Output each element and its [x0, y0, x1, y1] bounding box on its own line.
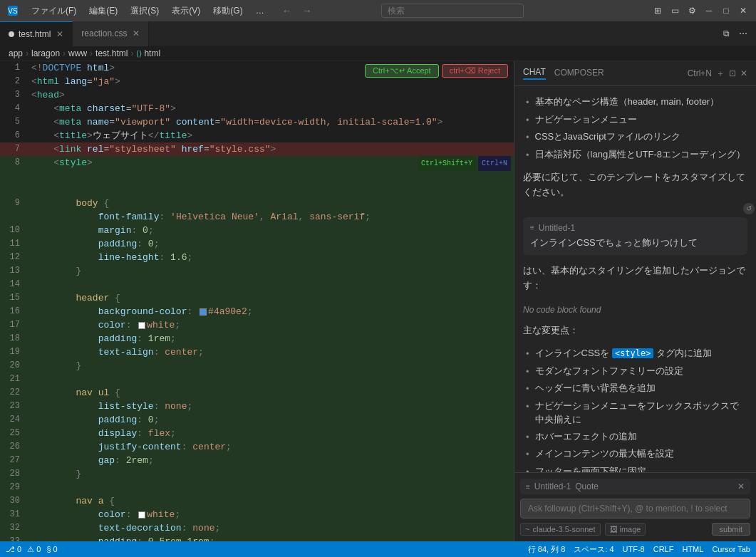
minimize-button[interactable]: ─ [702, 4, 716, 18]
chat-bullet-item: • 基本的なページ構造（header, main, footer） [526, 95, 747, 110]
chat-sender: Untitled-1 [539, 223, 575, 233]
menu-select[interactable]: 選択(S) [125, 4, 165, 19]
status-language[interactable]: HTML [682, 544, 703, 555]
tab-chat[interactable]: CHAT [523, 67, 546, 80]
status-errors[interactable]: ⚠ 0 [27, 545, 41, 554]
image-button[interactable]: 🖼 image [605, 523, 646, 536]
status-spaces[interactable]: スペース: 4 [574, 544, 613, 555]
search-input[interactable] [381, 4, 524, 18]
chat-text-3: 主な変更点： [523, 323, 747, 338]
close-button[interactable]: ✕ [736, 4, 750, 18]
chat-bullet-item: • 日本語対応（lang属性とUTF-8エンコーディング） [526, 147, 747, 162]
code-line: 15 header { [0, 291, 514, 305]
code-line: 18 padding: 1rem; [0, 332, 514, 345]
chat-input[interactable] [520, 499, 750, 519]
menu-more[interactable]: … [250, 4, 270, 17]
model-selector[interactable]: ~ claude-3.5-sonnet [520, 523, 601, 536]
panel-icon[interactable]: ▭ [668, 4, 682, 18]
chat-history-icon[interactable]: ⊡ [729, 68, 736, 78]
chat-close-icon[interactable]: ✕ [740, 68, 747, 78]
chat-quote-sender: Untitled-1 [534, 481, 571, 491]
code-line: 10 margin: 0; [0, 224, 514, 237]
chat-message-box: ≡ Untitled-1 インラインCSSでちょっと飾りつけして [523, 217, 747, 256]
status-eol[interactable]: CRLF [653, 544, 674, 555]
code-line: 25 display: flex; [0, 427, 514, 440]
layout-icon[interactable]: ⊞ [651, 4, 665, 18]
settings-icon[interactable]: ⚙ [685, 4, 699, 18]
menu-view[interactable]: 表示(V) [166, 4, 206, 19]
title-bar: VS ファイル(F) 編集(E) 選択(S) 表示(V) 移動(G) … ← →… [0, 0, 756, 21]
code-line: 22 nav ul { [0, 386, 514, 400]
chat-messages[interactable]: • 基本的なページ構造（header, main, footer） • ナビゲー… [514, 86, 756, 472]
code-editor[interactable]: 1 <!DOCTYPE html> 2 <html lang="ja"> 3 <… [0, 61, 514, 541]
quote-close-button[interactable]: ✕ [737, 481, 745, 491]
accept-chunk-btn[interactable]: Ctrl+Shift+Y [418, 156, 476, 171]
breadcrumb-file[interactable]: test.html [95, 48, 128, 58]
accept-button[interactable]: Ctrl+⌥↵ Accept [365, 64, 439, 78]
chat-text: 必要に応じて、このテンプレートをカスタマイズしてください。 [523, 170, 747, 200]
chat-text-2: はい、基本的なスタイリングを追加したバージョンです： [523, 264, 747, 293]
tab-reaction-css[interactable]: reaction.css ✕ [73, 21, 149, 46]
breadcrumb-html[interactable]: html [144, 48, 160, 58]
tab-modified-dot [9, 31, 14, 37]
submit-button[interactable]: submit [712, 523, 750, 536]
main-layout: Ctrl+⌥↵ Accept ctrl+⌫ Reject 1 <!DOCTYPE… [0, 61, 756, 541]
status-warnings[interactable]: § 0 [46, 545, 57, 553]
breadcrumb-laragon[interactable]: laragon [31, 48, 60, 58]
restore-button[interactable]: □ [719, 4, 733, 18]
menu-edit[interactable]: 編集(E) [83, 4, 123, 19]
code-line: 27 gap: 2rem; [0, 454, 514, 467]
forward-button[interactable]: → [299, 4, 316, 18]
code-line: 4 <meta charset="UTF-8"> [0, 102, 514, 115]
chat-panel: CHAT COMPOSER Ctrl+N ＋ ⊡ ✕ • 基本的なページ構造（h… [514, 61, 756, 541]
tab-test-html[interactable]: test.html ✕ [0, 21, 73, 46]
more-actions-icon[interactable]: ⋯ [736, 26, 750, 41]
status-left: ⎇ 0 ⚠ 0 § 0 [6, 545, 58, 554]
status-position[interactable]: 行 84, 列 8 [528, 544, 566, 555]
code-line: font-family: 'Helvetica Neue', Arial, sa… [0, 210, 514, 224]
back-button[interactable]: ← [279, 4, 296, 18]
status-git[interactable]: ⎇ 0 [6, 545, 21, 554]
status-cursor-tab[interactable]: Cursor Tab [712, 544, 750, 555]
title-bar-right: ⊞ ▭ ⚙ ─ □ ✕ [651, 4, 750, 18]
chat-shortcut: Ctrl+N [688, 68, 712, 78]
code-line: 11 padding: 0; [0, 237, 514, 251]
tab-close-reaction-css[interactable]: ✕ [133, 28, 140, 38]
code-line: 21 [0, 373, 514, 386]
tab-bar-right: ⧉ ⋯ [719, 26, 756, 41]
reject-button[interactable]: ctrl+⌫ Reject [442, 64, 508, 78]
menu-goto[interactable]: 移動(G) [207, 4, 248, 19]
tab-composer[interactable]: COMPOSER [554, 68, 604, 79]
code-line: 24 padding: 0; [0, 413, 514, 427]
status-encoding[interactable]: UTF-8 [623, 544, 645, 555]
chat-header: CHAT COMPOSER Ctrl+N ＋ ⊡ ✕ [514, 61, 756, 86]
code-line: 12 line-height: 1.6; [0, 251, 514, 264]
code-line: 3 <head> [0, 88, 514, 102]
code-line: 19 text-align: center; [0, 345, 514, 359]
color-swatch [200, 308, 207, 316]
split-editor-icon[interactable]: ⧉ [719, 26, 733, 41]
code-line: 31 color: white; [0, 508, 514, 521]
breadcrumb: app › laragon › www › test.html › ⟨⟩ htm… [0, 46, 756, 61]
code-line: 32 text-decoration: none; [0, 521, 514, 535]
breadcrumb-app[interactable]: app [9, 48, 23, 58]
reject-chunk-btn[interactable]: Ctrl+N [478, 156, 511, 171]
code-line: 33 padding: 0.5rem 1rem; [0, 535, 514, 541]
tab-bar: test.html ✕ reaction.css ✕ ⧉ ⋯ [0, 21, 756, 46]
code-line: 29 [0, 481, 514, 494]
svg-text:VS: VS [8, 7, 18, 15]
color-swatch-white [138, 322, 145, 329]
menu-file[interactable]: ファイル(F) [26, 4, 82, 19]
status-right: 行 84, 列 8 スペース: 4 UTF-8 CRLF HTML Cursor… [528, 544, 750, 555]
breadcrumb-www[interactable]: www [68, 48, 87, 58]
search-bar [381, 4, 524, 18]
color-swatch-white2 [138, 511, 145, 519]
code-line: 28 } [0, 467, 514, 481]
tab-label-reaction-css: reaction.css [81, 28, 127, 38]
code-lines: 1 <!DOCTYPE html> 2 <html lang="ja"> 3 <… [0, 61, 514, 541]
tab-close-test-html[interactable]: ✕ [56, 29, 63, 39]
chat-header-right: Ctrl+N ＋ ⊡ ✕ [688, 68, 747, 80]
chat-bullet-item: • モダンなフォントファミリーの設定 [526, 364, 747, 379]
title-bar-icons: VS [6, 4, 20, 18]
new-chat-icon[interactable]: ＋ [716, 68, 725, 80]
